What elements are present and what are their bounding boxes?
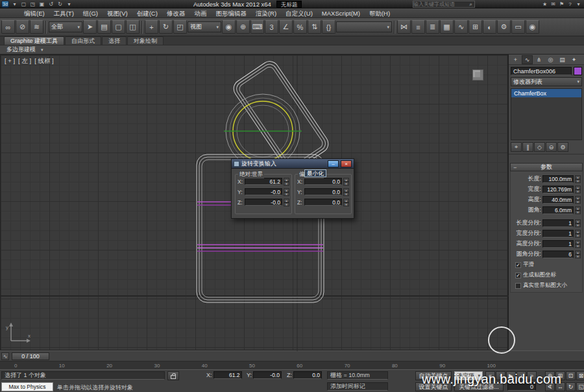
spinner-down-icon[interactable]: ▾ bbox=[575, 254, 581, 258]
snap-3d-icon[interactable]: 3 bbox=[265, 20, 278, 34]
add-time-tag-field[interactable]: 添加时间标记 bbox=[327, 382, 388, 391]
window-menu-icon[interactable]: ▾ bbox=[574, 1, 583, 8]
bind-to-space-warp-icon[interactable]: ≋ bbox=[30, 20, 43, 34]
favorites-star-icon[interactable]: ★ bbox=[541, 1, 549, 8]
parameter-value-field[interactable]: 6.0mm bbox=[542, 206, 574, 214]
tab-hierarchy-icon[interactable]: ⋔ bbox=[533, 55, 544, 64]
value-spinner[interactable]: ▴ ▾ bbox=[575, 240, 581, 247]
axis-value-field[interactable]: 61.2 bbox=[245, 178, 282, 185]
redo-icon[interactable]: ↻ bbox=[56, 1, 64, 8]
value-spinner[interactable]: ▴ ▾ bbox=[575, 186, 581, 193]
spinner-down-icon[interactable]: ▾ bbox=[284, 182, 289, 186]
viewport-menu-shading[interactable]: [ 线框 ] bbox=[34, 57, 54, 66]
edit-named-sets-icon[interactable]: {} bbox=[322, 20, 335, 34]
reference-coordinate-dropdown[interactable]: 视图 ▾ bbox=[188, 21, 221, 32]
workspace-dropdown-icon[interactable]: ▾ bbox=[65, 1, 73, 8]
coordinate-value-field[interactable]: 61.2 bbox=[213, 371, 242, 379]
undo-icon[interactable]: ↺ bbox=[47, 1, 55, 8]
render-setup-icon[interactable]: ⚙ bbox=[497, 20, 511, 34]
tab-display-icon[interactable]: ▤ bbox=[557, 55, 568, 64]
spinner-down-icon[interactable]: ▾ bbox=[284, 192, 289, 196]
selection-lock-toggle[interactable] bbox=[167, 371, 179, 380]
viewport-menu-view[interactable]: [ 左 ] bbox=[18, 57, 31, 66]
communication-center-icon[interactable]: ✉ bbox=[549, 1, 557, 8]
menu-item[interactable]: 渲染(R) bbox=[251, 8, 281, 18]
value-spinner[interactable]: ▴ ▾ bbox=[343, 199, 349, 206]
value-spinner[interactable]: ▴ ▾ bbox=[575, 175, 581, 182]
mini-script-listener[interactable]: Max to Physics bbox=[1, 382, 53, 391]
menu-item[interactable]: 修改器 bbox=[162, 8, 190, 18]
spinner-down-icon[interactable]: ▾ bbox=[575, 210, 581, 214]
select-object-icon[interactable]: ➤ bbox=[83, 20, 97, 34]
ribbon-panel-label[interactable]: 多边形建模 bbox=[6, 45, 36, 54]
menu-item[interactable]: 组(G) bbox=[79, 8, 103, 18]
keyboard-override-icon[interactable]: ⌨ bbox=[250, 20, 264, 34]
material-editor-icon[interactable]: ◐ bbox=[483, 20, 496, 34]
curve-editor-icon[interactable]: ∿ bbox=[454, 20, 468, 34]
align-icon[interactable]: ≡ bbox=[411, 20, 425, 34]
segment-value-field[interactable]: 6 bbox=[542, 251, 574, 258]
pin-stack-icon[interactable]: ⌖ bbox=[511, 142, 522, 152]
dialog-system-icon[interactable] bbox=[234, 161, 239, 167]
select-by-name-icon[interactable]: ▤ bbox=[97, 20, 111, 34]
checkbox[interactable]: ✓ bbox=[515, 273, 521, 278]
checkbox[interactable]: ✓ bbox=[515, 262, 521, 268]
rendered-frame-icon[interactable]: ▭ bbox=[511, 20, 525, 34]
angle-snap-icon[interactable]: ∠ bbox=[279, 20, 293, 34]
open-mini-curve-editor-icon[interactable]: ∿ bbox=[1, 352, 9, 360]
checkbox[interactable] bbox=[515, 283, 521, 289]
dialog-title-bar[interactable]: 旋转变换输入 – × bbox=[232, 159, 354, 169]
coordinate-value-field[interactable]: -0.0 bbox=[253, 371, 282, 379]
open-file-icon[interactable]: ◳ bbox=[29, 1, 37, 8]
window-crossing-icon[interactable]: ◫ bbox=[126, 20, 140, 34]
graphite-toggle-icon[interactable]: ▦ bbox=[440, 20, 454, 34]
select-and-link-icon[interactable]: ∞ bbox=[1, 20, 15, 34]
minimize-button[interactable]: – bbox=[328, 160, 339, 167]
layer-manager-icon[interactable]: ≣ bbox=[426, 20, 439, 34]
menu-item[interactable]: 编辑(E) bbox=[19, 8, 49, 18]
select-and-manipulate-icon[interactable]: ⊕ bbox=[236, 20, 250, 34]
close-button[interactable]: × bbox=[341, 160, 352, 167]
track-bar[interactable]: 0102030405060708090100 bbox=[0, 361, 584, 369]
axis-value-field[interactable]: -0.0 bbox=[245, 188, 282, 195]
mirror-icon[interactable]: ⋈ bbox=[397, 20, 411, 34]
tab-create-icon[interactable]: + bbox=[510, 55, 521, 64]
value-spinner[interactable]: ▴ ▾ bbox=[575, 206, 581, 214]
orbit-icon[interactable]: ↻ bbox=[566, 382, 576, 391]
spinner-snap-icon[interactable]: ⇅ bbox=[308, 20, 321, 34]
ribbon-tab[interactable]: 选择 bbox=[102, 36, 127, 45]
value-spinner[interactable]: ▴ ▾ bbox=[343, 188, 349, 195]
help-icon[interactable]: ? bbox=[566, 1, 574, 8]
spinner-down-icon[interactable]: ▾ bbox=[575, 244, 581, 248]
app-menu-icon[interactable]: ▾ bbox=[10, 1, 19, 8]
ribbon-tab[interactable]: 自由形式 bbox=[65, 36, 101, 45]
zoom-extents-icon[interactable]: ⊡ bbox=[566, 371, 576, 380]
selection-filter-dropdown[interactable]: 全部 ▾ bbox=[49, 21, 82, 32]
unlink-selection-icon[interactable]: ⊘ bbox=[16, 20, 29, 34]
segment-value-field[interactable]: 1 bbox=[542, 230, 574, 238]
spinner-down-icon[interactable]: ▾ bbox=[575, 190, 581, 193]
save-file-icon[interactable]: ▣ bbox=[38, 1, 46, 8]
named-selection-sets-dropdown[interactable]: ▾ bbox=[336, 21, 392, 32]
modifier-list-dropdown[interactable]: 修改器列表 ▾ bbox=[511, 77, 582, 86]
ribbon-tab[interactable]: 对象绘制 bbox=[127, 36, 164, 45]
value-spinner[interactable]: ▴ ▾ bbox=[575, 230, 581, 237]
remove-modifier-icon[interactable]: ⊖ bbox=[546, 142, 557, 152]
new-scene-icon[interactable]: ▢ bbox=[19, 1, 28, 8]
modifier-stack[interactable]: ChamferBox bbox=[511, 88, 582, 140]
menu-item[interactable]: 视图(V) bbox=[103, 8, 132, 18]
render-production-icon[interactable]: ◉ bbox=[526, 20, 539, 34]
tab-motion-icon[interactable]: ◎ bbox=[545, 55, 556, 64]
menu-item[interactable]: MAXScript(M) bbox=[317, 8, 365, 18]
value-spinner[interactable]: ▴ ▾ bbox=[575, 219, 581, 227]
viewport-left-wireframe[interactable]: [ + ] [ 左 ] [ 线框 ] bbox=[0, 55, 508, 350]
menu-item[interactable]: 工具(T) bbox=[49, 8, 79, 18]
axis-value-field[interactable]: 0.0 bbox=[304, 188, 342, 195]
spinner-down-icon[interactable]: ▾ bbox=[343, 202, 349, 206]
select-and-rotate-icon[interactable]: ↻ bbox=[159, 20, 173, 34]
maximize-viewport-icon[interactable]: ◱ bbox=[576, 382, 584, 391]
value-spinner[interactable]: ▴ ▾ bbox=[343, 178, 349, 185]
schematic-view-icon[interactable]: ⊞ bbox=[468, 20, 482, 34]
infocenter-search[interactable]: ⌕ bbox=[413, 1, 475, 8]
configure-modifier-sets-icon[interactable]: ⚙ bbox=[557, 142, 568, 152]
